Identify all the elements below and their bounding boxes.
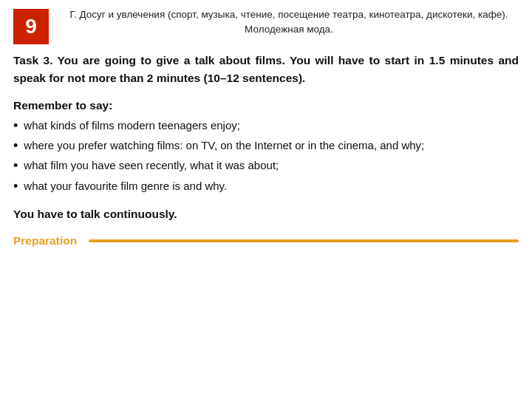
preparation-line <box>89 239 519 242</box>
bullet-icon: • <box>13 177 18 196</box>
bullet-icon: • <box>13 117 18 135</box>
bullet-list: • what kinds of films modern teenagers e… <box>13 117 519 196</box>
preparation-row: Preparation <box>13 234 519 248</box>
bullet-icon: • <box>13 157 18 175</box>
list-item-text: what kinds of films modern teenagers enj… <box>24 117 240 134</box>
list-item-text: what film you have seen recently, what i… <box>24 157 279 174</box>
list-item-text: what your favourite film genre is and wh… <box>24 177 227 194</box>
number-badge: 9 <box>13 9 49 44</box>
header-subtitle: Г. Досуг и увлечения (спорт, музыка, чте… <box>59 7 519 38</box>
continuously-text: You have to talk continuously. <box>13 208 519 221</box>
list-item: • what your favourite film genre is and … <box>13 177 519 196</box>
remember-label: Remember to say: <box>13 99 519 112</box>
list-item: • where you prefer watching films: on TV… <box>13 137 519 155</box>
page: 9 Г. Досуг и увлечения (спорт, музыка, ч… <box>0 0 532 399</box>
header: 9 Г. Досуг и увлечения (спорт, музыка, ч… <box>13 7 519 44</box>
list-item: • what film you have seen recently, what… <box>13 157 519 175</box>
bullet-icon: • <box>13 137 18 155</box>
list-item-text: where you prefer watching films: on TV, … <box>24 137 424 154</box>
task-text: Task 3. You are going to give a talk abo… <box>13 52 519 87</box>
preparation-label: Preparation <box>13 234 77 248</box>
list-item: • what kinds of films modern teenagers e… <box>13 117 519 135</box>
number-label: 9 <box>25 15 37 38</box>
